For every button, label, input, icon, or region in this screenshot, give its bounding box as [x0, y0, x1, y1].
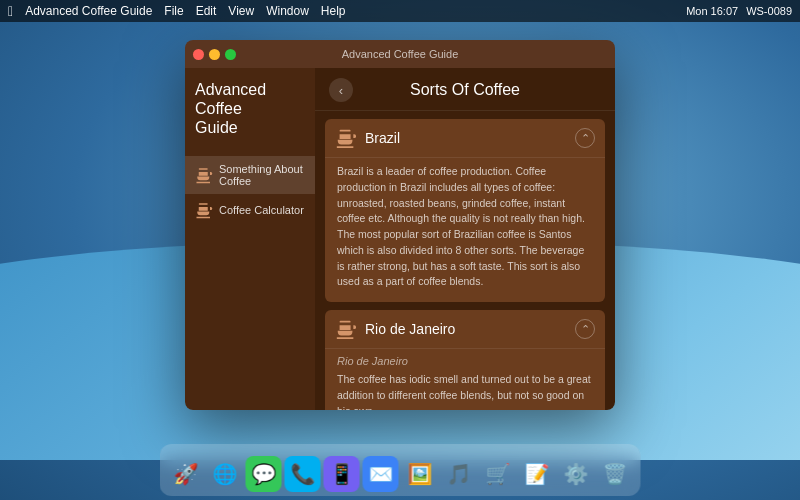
accordion-subtitle-rio: Rio de Janeiro	[337, 355, 593, 367]
accordion-title-rio: Rio de Janeiro	[365, 321, 567, 337]
file-menu[interactable]: File	[164, 4, 183, 18]
sidebar-title-suffix: Guide	[195, 119, 238, 136]
accordion-title-brazil: Brazil	[365, 130, 567, 146]
title-bar: Advanced Coffee Guide	[185, 40, 615, 68]
dock-icon-messages[interactable]: 💬	[246, 456, 282, 492]
sidebar-nav: Something About Coffee Coffee Calculator	[185, 156, 315, 410]
dock-icon-chrome[interactable]: 🌐	[207, 456, 243, 492]
dock-icon-settings[interactable]: ⚙️	[558, 456, 594, 492]
accordion-text-brazil: Brazil is a leader of coffee production.…	[337, 164, 593, 290]
back-arrow-icon: ‹	[339, 83, 343, 98]
sidebar-label-something-about-coffee: Something About Coffee	[219, 163, 305, 187]
sidebar-title-bold: Coffee	[195, 100, 242, 117]
minimize-button[interactable]	[209, 49, 220, 60]
accordion-header-brazil[interactable]: Brazil ⌃	[325, 119, 605, 157]
accordion-item-rio: Rio de Janeiro ⌃ Rio de Janeiro The coff…	[325, 310, 605, 410]
accordion-header-rio[interactable]: Rio de Janeiro ⌃	[325, 310, 605, 348]
accordion-item-brazil: Brazil ⌃ Brazil is a leader of coffee pr…	[325, 119, 605, 302]
accordion-chevron-rio[interactable]: ⌃	[575, 319, 595, 339]
accordion-body-brazil: Brazil is a leader of coffee production.…	[325, 157, 605, 302]
accordion-text-rio: The coffee has iodic smell and turned ou…	[337, 372, 593, 410]
sidebar-header: Advanced Coffee Guide	[185, 68, 315, 148]
workspace-display: WS-0089	[746, 5, 792, 17]
dock-icon-finder[interactable]: 🚀	[168, 456, 204, 492]
app-menu-name[interactable]: Advanced Coffee Guide	[25, 4, 152, 18]
sidebar-item-something-about-coffee[interactable]: Something About Coffee	[185, 156, 315, 194]
content-title: Sorts Of Coffee	[363, 81, 567, 99]
dock-icon-skype[interactable]: 📞	[285, 456, 321, 492]
dock-icon-viber[interactable]: 📱	[324, 456, 360, 492]
maximize-button[interactable]	[225, 49, 236, 60]
window-title: Advanced Coffee Guide	[342, 48, 459, 60]
dock: 🚀 🌐 💬 📞 📱 ✉️ 🖼️ 🎵 🛒 📝 ⚙️ 🗑️	[160, 444, 641, 496]
sidebar-title-light: Advanced	[195, 81, 266, 98]
back-button[interactable]: ‹	[329, 78, 353, 102]
dock-icon-photos[interactable]: 🖼️	[402, 456, 438, 492]
window-menu[interactable]: Window	[266, 4, 309, 18]
dock-icon-itunes[interactable]: 🎵	[441, 456, 477, 492]
menubar-left:  Advanced Coffee Guide File Edit View W…	[8, 3, 346, 19]
dock-icon-mail[interactable]: ✉️	[363, 456, 399, 492]
window-body: Advanced Coffee Guide Something About Co…	[185, 68, 615, 410]
menubar-right: Mon 16:07 WS-0089	[686, 5, 792, 17]
dock-icon-notes[interactable]: 📝	[519, 456, 555, 492]
content-header: ‹ Sorts Of Coffee	[315, 68, 615, 111]
main-content: ‹ Sorts Of Coffee Brazil ⌃ Brazil is a	[315, 68, 615, 410]
accordion-list[interactable]: Brazil ⌃ Brazil is a leader of coffee pr…	[315, 111, 615, 410]
traffic-lights	[193, 49, 236, 60]
accordion-coffee-icon-brazil	[335, 127, 357, 149]
sidebar: Advanced Coffee Guide Something About Co…	[185, 68, 315, 410]
accordion-coffee-icon-rio	[335, 318, 357, 340]
app-window: Advanced Coffee Guide Advanced Coffee Gu…	[185, 40, 615, 410]
dock-icon-trash[interactable]: 🗑️	[597, 456, 633, 492]
help-menu[interactable]: Help	[321, 4, 346, 18]
accordion-chevron-brazil[interactable]: ⌃	[575, 128, 595, 148]
time-display: Mon 16:07	[686, 5, 738, 17]
close-button[interactable]	[193, 49, 204, 60]
coffee-icon-1	[195, 166, 213, 184]
apple-menu[interactable]: 	[8, 3, 13, 19]
sidebar-item-coffee-calculator[interactable]: Coffee Calculator	[185, 194, 315, 226]
edit-menu[interactable]: Edit	[196, 4, 217, 18]
accordion-body-rio: Rio de Janeiro The coffee has iodic smel…	[325, 348, 605, 410]
coffee-icon-2	[195, 201, 213, 219]
view-menu[interactable]: View	[228, 4, 254, 18]
dock-icon-store[interactable]: 🛒	[480, 456, 516, 492]
sidebar-label-coffee-calculator: Coffee Calculator	[219, 204, 304, 216]
menubar:  Advanced Coffee Guide File Edit View W…	[0, 0, 800, 22]
sidebar-title: Advanced Coffee Guide	[195, 80, 305, 138]
